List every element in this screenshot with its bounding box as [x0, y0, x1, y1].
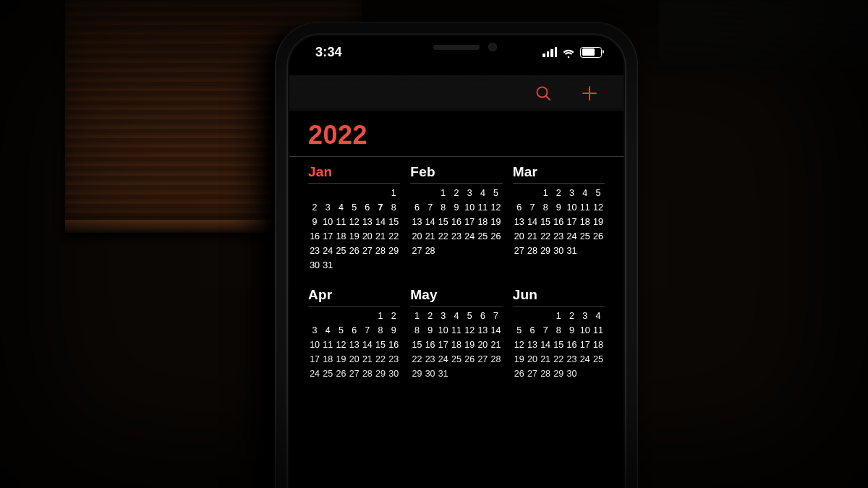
day-cell[interactable]: 1	[387, 187, 400, 200]
day-cell[interactable]: 13	[513, 215, 526, 229]
day-cell[interactable]: 1	[374, 309, 387, 323]
day-cell[interactable]: 21	[374, 230, 387, 244]
day-cell[interactable]: 13	[526, 338, 539, 352]
day-cell[interactable]: 24	[565, 230, 578, 244]
day-cell[interactable]: 26	[334, 367, 347, 381]
day-cell[interactable]: 11	[321, 338, 334, 352]
day-cell[interactable]: 16	[450, 215, 463, 229]
day-cell[interactable]: 7	[361, 324, 374, 338]
day-cell[interactable]: 3	[308, 324, 321, 338]
day-cell[interactable]: 3	[321, 201, 334, 215]
calendar-year-view[interactable]: 2022 Jan12345678910111213141516171819202…	[289, 111, 624, 488]
day-cell[interactable]: 6	[410, 201, 423, 215]
day-cell[interactable]: 18	[321, 353, 334, 367]
day-cell[interactable]: 4	[592, 309, 605, 323]
day-cell[interactable]: 12	[489, 201, 502, 215]
day-cell[interactable]: 5	[334, 324, 347, 338]
day-cell[interactable]: 4	[334, 201, 347, 215]
day-cell[interactable]: 13	[410, 215, 423, 229]
day-cell[interactable]: 5	[463, 309, 476, 323]
day-cell[interactable]: 27	[410, 244, 423, 258]
day-cell[interactable]: 23	[450, 230, 463, 244]
day-cell[interactable]: 26	[463, 353, 476, 367]
day-cell[interactable]: 4	[476, 187, 489, 200]
day-cell[interactable]: 25	[592, 353, 605, 367]
day-cell[interactable]: 15	[437, 215, 450, 229]
day-cell[interactable]: 12	[334, 338, 347, 352]
month-feb[interactable]: Feb1234567891011121314151617181920212223…	[410, 164, 502, 273]
day-cell[interactable]: 26	[592, 230, 605, 244]
day-cell[interactable]: 20	[361, 230, 374, 244]
day-cell[interactable]: 10	[437, 324, 450, 338]
day-cell[interactable]: 2	[424, 309, 437, 323]
day-cell[interactable]: 16	[552, 215, 565, 229]
day-cell[interactable]: 24	[437, 353, 450, 367]
day-cell[interactable]: 11	[334, 215, 347, 229]
day-cell[interactable]: 18	[476, 215, 489, 229]
day-cell[interactable]: 4	[579, 187, 592, 200]
day-cell[interactable]: 5	[592, 187, 605, 200]
day-cell[interactable]: 17	[463, 215, 476, 229]
day-cell[interactable]: 17	[579, 338, 592, 352]
day-cell[interactable]: 16	[565, 338, 578, 352]
day-cell[interactable]: 19	[463, 338, 476, 352]
day-cell[interactable]: 27	[348, 367, 361, 381]
day-cell[interactable]: 12	[348, 215, 361, 229]
day-cell[interactable]: 20	[476, 338, 489, 352]
day-cell[interactable]: 29	[410, 367, 423, 381]
day-cell[interactable]: 14	[361, 338, 374, 352]
day-cell[interactable]: 15	[374, 338, 387, 352]
day-cell[interactable]: 30	[552, 244, 565, 258]
day-cell[interactable]: 30	[565, 367, 578, 381]
day-cell[interactable]: 9	[450, 201, 463, 215]
day-cell[interactable]: 11	[579, 201, 592, 215]
day-cell[interactable]: 28	[424, 244, 437, 258]
day-cell[interactable]: 10	[579, 324, 592, 338]
day-cell[interactable]: 25	[450, 353, 463, 367]
day-cell[interactable]: 19	[513, 353, 526, 367]
day-cell[interactable]: 29	[539, 244, 552, 258]
day-cell[interactable]: 25	[321, 367, 334, 381]
day-cell[interactable]: 28	[374, 244, 387, 258]
day-cell[interactable]: 12	[463, 324, 476, 338]
day-cell[interactable]: 4	[321, 324, 334, 338]
day-cell[interactable]: 7	[489, 309, 502, 323]
day-cell[interactable]: 25	[579, 230, 592, 244]
day-cell[interactable]: 19	[489, 215, 502, 229]
day-cell[interactable]: 21	[489, 338, 502, 352]
day-cell[interactable]: 23	[424, 353, 437, 367]
day-cell[interactable]: 22	[539, 230, 552, 244]
day-cell[interactable]: 22	[552, 353, 565, 367]
day-cell[interactable]: 23	[308, 244, 321, 258]
day-cell[interactable]: 31	[437, 367, 450, 381]
day-cell[interactable]: 14	[526, 215, 539, 229]
day-cell[interactable]: 27	[513, 244, 526, 258]
day-cell[interactable]: 26	[348, 244, 361, 258]
day-cell[interactable]: 30	[424, 367, 437, 381]
day-cell[interactable]: 6	[348, 324, 361, 338]
day-cell[interactable]: 10	[565, 201, 578, 215]
day-cell[interactable]: 10	[463, 201, 476, 215]
day-cell[interactable]: 22	[387, 230, 400, 244]
day-cell[interactable]: 14	[374, 215, 387, 229]
day-cell[interactable]: 22	[437, 230, 450, 244]
day-cell[interactable]: 5	[513, 324, 526, 338]
day-cell[interactable]: 13	[361, 215, 374, 229]
day-cell[interactable]: 16	[308, 230, 321, 244]
day-cell[interactable]: 9	[308, 215, 321, 229]
day-cell[interactable]: 2	[552, 187, 565, 200]
day-cell[interactable]: 30	[387, 367, 400, 381]
day-cell[interactable]: 13	[476, 324, 489, 338]
day-cell[interactable]: 20	[348, 353, 361, 367]
day-cell[interactable]: 10	[321, 215, 334, 229]
day-cell[interactable]: 15	[410, 338, 423, 352]
day-cell[interactable]: 12	[592, 201, 605, 215]
month-mar[interactable]: Mar1234567891011121314151617181920212223…	[513, 164, 605, 273]
day-cell[interactable]: 2	[565, 309, 578, 323]
day-cell[interactable]: 19	[348, 230, 361, 244]
day-cell[interactable]: 27	[361, 244, 374, 258]
day-cell[interactable]: 6	[361, 201, 374, 215]
day-cell[interactable]: 5	[489, 187, 502, 200]
day-cell[interactable]: 20	[410, 230, 423, 244]
month-jun[interactable]: Jun1234567891011121314151617181920212223…	[513, 287, 605, 381]
